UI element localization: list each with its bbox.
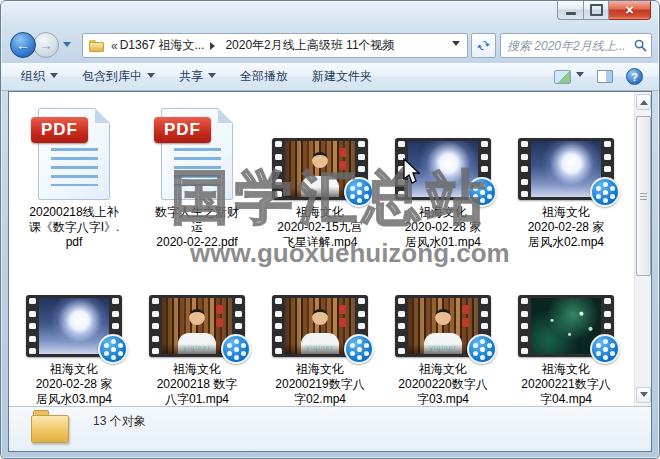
toolbar-organize-label: 组织 (21, 68, 45, 85)
video-thumbnail (26, 295, 122, 357)
media-player-icon (467, 177, 497, 207)
file-name: 祖海文化20200218 数字八字01.mp4 (157, 362, 238, 406)
triangle-down-icon (640, 392, 648, 401)
maximize-icon (590, 4, 603, 16)
search-input[interactable] (505, 38, 634, 54)
toolbar-new-folder[interactable]: 新建文件夹 (312, 68, 372, 85)
video-thumbnail (395, 138, 491, 200)
recent-pages-dropdown[interactable] (63, 42, 71, 51)
file-row-2: 祖海文化2020-02-28 家居风水03.mp4 yiqiner 祖海文化20… (15, 295, 625, 406)
vertical-scrollbar[interactable] (634, 92, 651, 406)
file-name: 祖海文化20200220数字八字03.mp4 (398, 362, 487, 406)
video-thumbnail: yiqiner (272, 295, 368, 357)
triangle-up-icon (640, 96, 648, 105)
file-video-5[interactable]: yiqiner 祖海文化20200218 数字八字01.mp4 (138, 295, 256, 406)
file-video-4[interactable]: 祖海文化2020-02-28 家居风水03.mp4 (15, 295, 133, 406)
file-name: 祖海文化2020-02-15九宫飞星详解.mp4 (277, 205, 362, 250)
explorer-window: × ← → « D1367 祖海文... 2020年2月线上高级班 11个视频 (0, 0, 660, 459)
toolbar-include-in-library[interactable]: 包含到库中 (82, 68, 155, 85)
refresh-button[interactable] (471, 33, 496, 58)
item-count-label: 13 个对象 (93, 413, 146, 430)
toolbar-play-all-label: 全部播放 (240, 68, 288, 85)
maximize-button[interactable] (583, 1, 609, 20)
scroll-down-button[interactable] (636, 387, 651, 403)
file-name: 祖海文化2020-02-28 家居风水02.mp4 (528, 205, 605, 250)
video-thumbnail (518, 138, 614, 200)
forward-button[interactable]: → (33, 32, 59, 58)
close-button[interactable]: × (609, 1, 651, 20)
client-area: PDF 20200218线上补课《数字八字I》.pdf PDF 数字人生之新财运… (8, 91, 652, 452)
file-name: 祖海文化2020-02-28 家居风水03.mp4 (36, 362, 113, 406)
minimize-icon (566, 12, 576, 15)
forward-arrow-icon: → (39, 38, 53, 52)
toolbar-play-all[interactable]: 全部播放 (240, 68, 288, 85)
video-thumbnail: yiqiner (395, 295, 491, 357)
toolbar-include-label: 包含到库中 (82, 68, 142, 85)
toolbar-items: 组织 包含到库中 共享 全部播放 新建文件夹 (21, 63, 372, 90)
file-list: PDF 20200218线上补课《数字八字I》.pdf PDF 数字人生之新财运… (9, 92, 651, 406)
media-player-icon (590, 334, 620, 364)
breadcrumb-segment-current[interactable]: 2020年2月线上高级班 11个视频 (225, 37, 394, 54)
minimize-button[interactable] (557, 1, 583, 20)
file-name: 祖海文化2020-02-28 家居风水01.mp4 (405, 205, 482, 250)
toolbar-share[interactable]: 共享 (179, 68, 216, 85)
preview-pane-button[interactable] (597, 70, 613, 83)
breadcrumb-segment-parent[interactable]: D1367 祖海文... (120, 37, 205, 54)
video-thumbnail (272, 138, 368, 200)
address-bar[interactable]: « D1367 祖海文... 2020年2月线上高级班 11个视频 (82, 33, 468, 58)
close-icon: × (625, 3, 633, 17)
media-player-icon (590, 177, 620, 207)
pdf-badge: PDF (31, 117, 88, 143)
chevron-down-icon (50, 73, 58, 82)
status-bar: 13 个对象 (9, 406, 651, 451)
toolbar-share-label: 共享 (179, 68, 203, 85)
help-button[interactable]: ? (626, 68, 643, 85)
folder-icon-large (31, 410, 69, 443)
file-row-1: PDF 20200218线上补课《数字八字I》.pdf PDF 数字人生之新财运… (15, 104, 625, 250)
file-video-8[interactable]: 祖海文化20200221数字八字04.mp4 (507, 295, 625, 406)
file-pdf-1[interactable]: PDF 20200218线上补课《数字八字I》.pdf (15, 104, 133, 250)
file-name: 20200218线上补课《数字八字I》.pdf (29, 205, 120, 250)
toolbar-organize[interactable]: 组织 (21, 68, 58, 85)
chevron-down-icon (208, 73, 216, 82)
navigation-bar: ← → « D1367 祖海文... 2020年2月线上高级班 11个视频 (1, 29, 659, 63)
pdf-file-icon: PDF (38, 108, 110, 200)
file-video-2[interactable]: 祖海文化2020-02-28 家居风水01.mp4 (384, 104, 502, 250)
change-view-button[interactable] (554, 70, 584, 84)
media-player-icon (344, 334, 374, 364)
scrollbar-thumb[interactable] (636, 116, 651, 276)
video-thumbnail: yiqiner (149, 295, 245, 357)
toolbar-right-icons: ? (554, 63, 643, 90)
chevron-down-icon (576, 72, 584, 81)
file-name: 数字人生之新财运2020-02-22.pdf (155, 205, 239, 250)
video-thumbnail (518, 295, 614, 357)
address-dropdown-icon[interactable] (452, 41, 460, 50)
search-box (500, 33, 652, 58)
pdf-file-icon: PDF (161, 108, 233, 200)
toolbar-new-folder-label: 新建文件夹 (312, 68, 372, 85)
back-arrow-icon: ← (16, 38, 30, 52)
command-toolbar: 组织 包含到库中 共享 全部播放 新建文件夹 ? (1, 63, 659, 91)
file-video-7[interactable]: yiqiner 祖海文化20200220数字八字03.mp4 (384, 295, 502, 406)
media-player-icon (344, 177, 374, 207)
file-name: 祖海文化20200221数字八字04.mp4 (521, 362, 610, 406)
scroll-up-button[interactable] (636, 94, 651, 110)
media-player-icon (467, 334, 497, 364)
file-name: 祖海文化20200219数字八字02.mp4 (275, 362, 364, 406)
search-icon (634, 39, 647, 52)
file-video-3[interactable]: 祖海文化2020-02-28 家居风水02.mp4 (507, 104, 625, 250)
refresh-icon (476, 38, 491, 53)
folder-icon (89, 40, 104, 52)
back-button[interactable]: ← (10, 32, 36, 58)
caption-buttons: × (557, 1, 651, 20)
file-video-1[interactable]: 祖海文化2020-02-15九宫飞星详解.mp4 (261, 104, 379, 250)
breadcrumb-separator-icon (210, 42, 219, 50)
file-pdf-2[interactable]: PDF 数字人生之新财运2020-02-22.pdf (138, 104, 256, 250)
chevron-down-icon (147, 73, 155, 82)
views-icon (554, 70, 571, 84)
media-player-icon (221, 334, 251, 364)
media-player-icon (98, 334, 128, 364)
breadcrumb-overflow[interactable]: « (111, 39, 118, 53)
pdf-badge: PDF (154, 117, 211, 143)
file-video-6[interactable]: yiqiner 祖海文化20200219数字八字02.mp4 (261, 295, 379, 406)
